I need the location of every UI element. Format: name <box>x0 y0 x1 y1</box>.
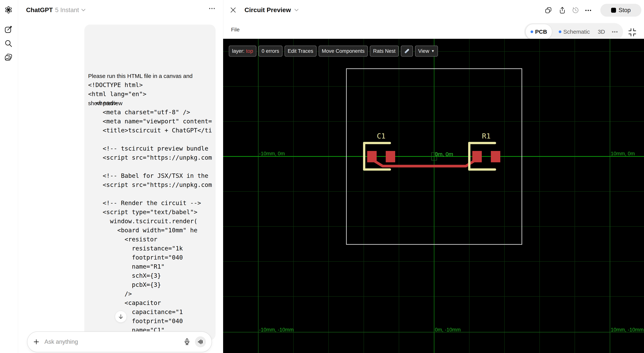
code-line: <!-- Babel for JSX/TSX in the <box>88 171 212 180</box>
chat-header: ChatGPT 5 Instant <box>18 0 223 20</box>
app-title: ChatGPT <box>26 7 53 14</box>
code-block: <!DOCTYPE html><html lang="en"> <head> <… <box>88 80 212 340</box>
c1-label: C1 <box>377 132 386 140</box>
tab-pcb[interactable]: PCB <box>526 24 552 39</box>
code-line: window.tscircuit.render( <box>88 217 212 226</box>
close-canvas-icon[interactable] <box>230 7 236 13</box>
grid-label-left-mid: -10mm, 0m <box>259 151 285 156</box>
icon-rail <box>0 0 18 353</box>
waveform-icon <box>197 339 204 345</box>
file-menu[interactable]: File <box>231 27 240 33</box>
library-icon[interactable] <box>4 54 12 62</box>
code-line: <script type="text/babel"> <box>88 208 212 217</box>
code-line: <!-- Render the circuit --> <box>88 198 212 208</box>
arrow-down-icon <box>118 314 124 320</box>
layer-value: top <box>246 48 253 54</box>
tabs-more-icon[interactable]: ••• <box>612 29 618 35</box>
chevron-down-icon <box>81 9 86 11</box>
code-line: /> <box>88 289 212 298</box>
pcb-canvas[interactable]: C1 R1 0m, 0m -10mm, 0m 10mm, 0m -10mm, -… <box>223 39 644 353</box>
origin-coordinate-label: 0m, 0m <box>435 151 453 157</box>
view-button[interactable]: View▼ <box>415 46 438 57</box>
stop-button[interactable]: Stop <box>600 4 641 17</box>
code-line <box>88 189 212 198</box>
pcb-drawing: C1 R1 0m, 0m -10mm, 0m 10mm, 0m -10mm, -… <box>223 39 644 353</box>
openai-logo-icon[interactable] <box>4 6 12 14</box>
grid-label-bottom-left: -10mm, -10mm <box>259 327 294 332</box>
canvas-title: Circuit Preview <box>244 6 291 14</box>
model-switcher[interactable]: ChatGPT 5 Instant <box>26 7 86 14</box>
code-line: footprint="040 <box>88 253 212 262</box>
canvas-menu-icon[interactable] <box>584 9 592 12</box>
search-icon[interactable] <box>4 40 12 48</box>
c1-pad-1[interactable] <box>367 151 377 162</box>
user-message-bubble: Please run this HTML file in a canvas an… <box>84 25 216 340</box>
grid-label-right-mid: 10mm, 0m <box>611 151 635 156</box>
code-line: pcbX={3} <box>88 280 212 289</box>
grid-label-bottom-mid: 0m, -10mm <box>435 327 461 332</box>
code-line: <meta charset="utf-8" /> <box>88 108 212 117</box>
grid-label-bottom-right: 10mm, -10mm <box>611 327 644 332</box>
code-line: footprint="040 <box>88 316 212 325</box>
code-line: resistance="1k <box>88 244 212 253</box>
errors-button[interactable]: 0 errors <box>258 46 282 57</box>
dictate-mic-icon[interactable] <box>183 338 191 346</box>
stop-label: Stop <box>619 7 631 14</box>
chevron-down-icon <box>294 9 298 11</box>
composer[interactable]: Ask anything <box>27 331 212 352</box>
exit-fullscreen-icon[interactable] <box>628 28 637 37</box>
plus-icon[interactable] <box>33 339 40 345</box>
pcb-status-dot <box>530 31 533 33</box>
pencil-icon <box>404 48 410 54</box>
history-icon[interactable] <box>572 7 579 14</box>
code-line: <board width="10mm" he <box>88 226 212 235</box>
component-r1[interactable]: R1 <box>468 132 500 171</box>
code-line: <title>tscircuit + ChatGPT</ti <box>88 126 212 135</box>
canvas-panel-header: Circuit Preview Stop File PCB <box>223 0 644 39</box>
scroll-to-bottom-button[interactable] <box>115 311 127 322</box>
voice-mode-button[interactable] <box>195 336 206 347</box>
code-line: <script src="https://unpkg.com <box>88 153 212 162</box>
tab-3d[interactable]: 3D <box>596 29 606 35</box>
copy-icon[interactable] <box>545 7 552 14</box>
new-chat-icon[interactable] <box>4 26 12 34</box>
code-line: <capacitor <box>88 298 212 307</box>
c1-pad-2[interactable] <box>386 151 395 162</box>
canvas-title-dropdown[interactable]: Circuit Preview <box>244 6 298 14</box>
r1-pad-1[interactable] <box>472 151 482 162</box>
code-line: capacitance="1 <box>88 307 212 316</box>
r1-pad-2[interactable] <box>491 151 500 162</box>
code-line: <meta name="viewport" content= <box>88 117 212 126</box>
schematic-status-dot <box>559 31 561 33</box>
edit-pencil-button[interactable] <box>401 46 413 57</box>
code-line: name="R1" <box>88 262 212 271</box>
code-line <box>88 135 212 144</box>
edit-traces-button[interactable]: Edit Traces <box>284 46 316 57</box>
code-line <box>88 162 212 171</box>
r1-label: R1 <box>482 132 491 140</box>
layer-button[interactable]: layer:top <box>229 46 256 57</box>
conversation-menu-icon[interactable] <box>208 7 216 10</box>
code-line: schX={3} <box>88 271 212 280</box>
pcb-toolbar: layer:top 0 errors Edit Traces Move Comp… <box>229 46 438 57</box>
chat-panel: ChatGPT 5 Instant Please run this HTML f… <box>18 0 223 353</box>
view-tabs: PCB Schematic 3D ••• <box>524 23 623 41</box>
code-line: <html lang="en"> <box>88 90 212 99</box>
rats-nest-button[interactable]: Rats Nest <box>370 46 399 57</box>
model-name: 5 Instant <box>55 7 79 14</box>
code-line: <!DOCTYPE html> <box>88 80 212 90</box>
share-icon[interactable] <box>559 7 566 14</box>
code-line: <head> <box>88 99 212 108</box>
code-line: <!-- tscircuit preview bundle <box>88 144 212 153</box>
code-line: <script src="https://unpkg.com <box>88 180 212 189</box>
dropdown-arrow-icon: ▼ <box>431 49 435 53</box>
stop-square-icon <box>611 8 616 13</box>
tab-schematic[interactable]: Schematic <box>558 29 591 35</box>
composer-input[interactable]: Ask anything <box>44 338 183 345</box>
code-line: <resistor <box>88 235 212 244</box>
move-components-button[interactable]: Move Components <box>318 46 368 57</box>
